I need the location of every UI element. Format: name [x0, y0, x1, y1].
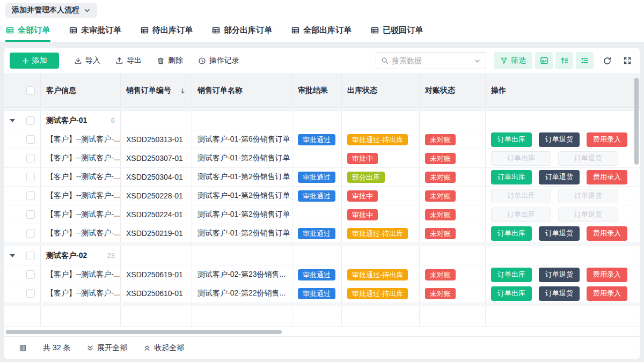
reconcile-status-cell: 未对账 [420, 265, 486, 284]
order-outbound-button[interactable]: 订单出库 [491, 170, 532, 184]
group-count: 6 [111, 116, 115, 124]
order-name: 测试客户-01-第2份销售订单 [197, 172, 290, 182]
collapse-group-icon[interactable] [10, 254, 15, 257]
order-outbound-button-disabled: 订单出库 [491, 189, 551, 203]
row-checkbox[interactable] [26, 210, 35, 219]
operation-log-button[interactable]: 操作记录 [198, 56, 239, 65]
refresh-button[interactable] [600, 54, 614, 68]
trash-icon [157, 57, 165, 65]
row-checkbox[interactable] [26, 270, 35, 279]
order-number: XSDD250219-01 [126, 229, 183, 238]
vertical-scrollbar-thumb[interactable] [634, 78, 639, 165]
header-reconcile-status[interactable]: 对账状态 [420, 74, 486, 107]
select-all-checkbox[interactable] [26, 86, 35, 95]
table-icon [141, 26, 149, 34]
row-checkbox[interactable] [26, 229, 35, 238]
row-height-button[interactable] [555, 52, 573, 69]
empty-row [4, 306, 640, 327]
group-checkbox[interactable] [26, 252, 35, 260]
header-customer-info[interactable]: 客户信息 [41, 74, 121, 107]
collapse-group-icon[interactable] [10, 119, 15, 122]
search-chevron-down-icon[interactable] [474, 57, 481, 64]
expense-entry-button[interactable]: 费用录入 [587, 268, 627, 282]
header-order-number[interactable]: 销售订单编号 [121, 74, 192, 107]
tab-label: 全部订单 [18, 25, 50, 35]
expense-entry-button[interactable]: 费用录入 [587, 286, 627, 301]
customer-info: 【客户】--测试客户-... [46, 191, 120, 201]
tab-全部出库订单[interactable]: 全部出库订单 [291, 20, 352, 42]
order-return-button-disabled: 订单退货 [558, 208, 618, 222]
order-outbound-button[interactable]: 订单出库 [491, 286, 532, 301]
group-name: 测试客户-02 [46, 251, 87, 261]
row-checkbox[interactable] [26, 191, 35, 200]
export-button[interactable]: 导出 [115, 56, 142, 65]
add-button[interactable]: 添加 [10, 53, 59, 69]
outbound-status-cell: 部分出库 [342, 168, 420, 186]
filter-button[interactable]: 筛选 [494, 52, 532, 69]
row-checkbox[interactable] [26, 289, 35, 298]
collapse-all-button[interactable]: 收起全部 [143, 343, 184, 353]
expand-all-button[interactable]: 展开全部 [86, 343, 127, 353]
group-list-button[interactable] [576, 52, 594, 69]
table-row: 【客户】--测试客户-... XSDD250304-01 测试客户-01-第2份… [4, 168, 640, 187]
tab-待出库订单[interactable]: 待出库订单 [140, 20, 193, 42]
sort-desc-icon[interactable] [179, 87, 186, 94]
card-view-button[interactable] [535, 52, 553, 69]
status-badge: 审批中 [347, 153, 378, 164]
search-input[interactable] [392, 56, 471, 65]
header-order-name[interactable]: 销售订单名称 [192, 74, 292, 107]
order-return-button-disabled: 订单退货 [558, 189, 618, 203]
group-row: 测试客户-0223 [4, 246, 640, 265]
header-approval-result[interactable]: 审批结果 [292, 74, 342, 107]
tab-全部订单[interactable]: 全部订单 [5, 20, 50, 42]
download-icon [74, 57, 82, 65]
order-return-button[interactable]: 订单退货 [539, 268, 580, 282]
table-panel: 添加 导入 导出 删除 操作记录 [4, 48, 640, 359]
order-return-button[interactable]: 订单退货 [539, 226, 580, 241]
order-outbound-button[interactable]: 订单出库 [491, 132, 532, 147]
order-number: XSDD250313-01 [126, 135, 183, 144]
order-return-button[interactable]: 订单退货 [539, 132, 580, 147]
horizontal-scrollbar-thumb[interactable] [6, 330, 282, 334]
status-badge: 未对账 [425, 228, 456, 239]
order-return-button[interactable]: 订单退货 [539, 286, 580, 301]
expense-entry-button[interactable]: 费用录入 [587, 132, 627, 147]
total-count-icon[interactable] [18, 344, 27, 352]
tab-未审批订单[interactable]: 未审批订单 [69, 20, 122, 42]
expense-entry-button[interactable]: 费用录入 [587, 226, 627, 241]
delete-button-label: 删除 [168, 56, 183, 65]
vertical-scrollbar[interactable] [634, 75, 639, 331]
actions-cell: 订单出库订单退货 [486, 149, 640, 167]
row-checkbox[interactable] [26, 173, 35, 181]
order-number: XSDD250304-01 [126, 173, 183, 181]
table-row: 【客户】--测试客户-... XSDD250228-01 测试客户-01-第2份… [4, 187, 640, 205]
header-outbound-status[interactable]: 出库状态 [342, 74, 420, 107]
table-row: 【客户】--测试客户-... XSDD250619-01 测试客户-02-第23… [4, 265, 640, 284]
fullscreen-button[interactable] [620, 54, 634, 68]
order-return-button[interactable]: 订单退货 [539, 170, 580, 184]
order-outbound-button[interactable]: 订单出库 [491, 226, 532, 241]
tab-部分出库订单[interactable]: 部分出库订单 [211, 20, 273, 42]
reconcile-status-cell: 未对账 [420, 224, 486, 242]
search-box[interactable] [376, 52, 486, 69]
delete-button[interactable]: 删除 [157, 56, 183, 65]
expense-entry-button[interactable]: 费用录入 [587, 170, 627, 184]
order-outbound-button[interactable]: 订单出库 [491, 268, 532, 282]
tab-bar: 全部订单 未审批订单 待出库订单 部分出库订单 全部出库订单 已驳回订单 [0, 20, 644, 42]
status-badge: 审批通过 [298, 190, 335, 202]
group-count: 23 [107, 252, 115, 260]
approval-result-cell: 审批通过 [292, 224, 342, 242]
horizontal-scrollbar[interactable] [6, 330, 282, 334]
group-checkbox[interactable] [26, 116, 35, 125]
row-checkbox[interactable] [26, 135, 35, 144]
import-button-label: 导入 [85, 56, 100, 65]
header-actions: 操作 [486, 74, 640, 107]
row-checkbox[interactable] [26, 154, 35, 162]
customer-info: 【客户】--测试客户-... [46, 172, 120, 182]
tab-已驳回订单[interactable]: 已驳回订单 [370, 20, 423, 42]
process-dropdown-button[interactable]: 添加并管理本人流程 [5, 3, 97, 18]
import-button[interactable]: 导入 [74, 56, 100, 65]
status-badge: 审批通过 [298, 269, 335, 280]
operation-log-label: 操作记录 [209, 56, 239, 65]
table-icon [371, 26, 379, 34]
